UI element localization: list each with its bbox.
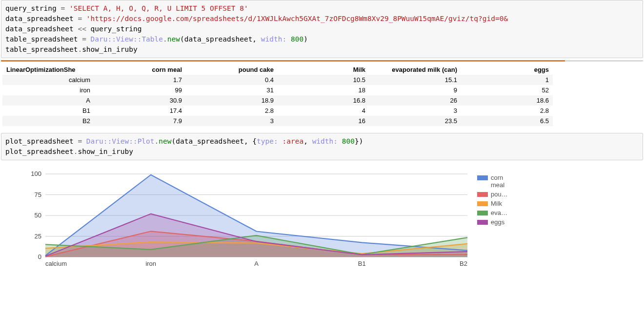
legend-label: eggs (491, 218, 504, 226)
y-tick-label: 50 (35, 212, 41, 219)
row-header: calcium (2, 75, 94, 85)
x-tick-label: iron (145, 260, 156, 267)
cell: 7.9 (94, 116, 186, 126)
y-tick-label: 100 (31, 170, 41, 177)
code-line: data_spreadsheet = 'https://docs.google.… (5, 15, 508, 22)
code-cell-1[interactable]: query_string = 'SELECT A, H, O, Q, R, U … (1, 0, 643, 58)
row-header: A (2, 95, 94, 106)
cell: 1.7 (94, 75, 186, 85)
row-header: iron (2, 85, 94, 95)
legend-swatch (477, 220, 488, 225)
cell: 18.9 (186, 95, 278, 106)
chart-canvas: 0255075100calciumironAB1B2 (9, 169, 470, 279)
cell: 99 (94, 85, 186, 95)
y-tick-label: 75 (35, 191, 41, 198)
legend-swatch (477, 201, 488, 206)
y-tick-label: 0 (38, 253, 41, 260)
code-line: table_spreadsheet.show_in_iruby (5, 45, 138, 53)
col-header: evaporated milk (can) (369, 64, 461, 75)
legend-item[interactable]: corn meal (477, 174, 504, 189)
col-header: LinearOptimizationShe (2, 64, 94, 75)
legend-label: pou… (491, 191, 508, 198)
output-table: LinearOptimizationShe corn meal pound ca… (2, 64, 553, 126)
cell-divider (1, 60, 643, 62)
x-tick-label: B1 (358, 260, 366, 267)
cell: 30.9 (94, 95, 186, 106)
cell: 2.8 (461, 106, 553, 116)
legend-item[interactable]: Milk (477, 200, 504, 207)
cell: 31 (186, 85, 278, 95)
col-header: corn meal (94, 64, 186, 75)
cell: 2.8 (186, 106, 278, 116)
code-line: query_string = 'SELECT A, H, O, Q, R, U … (5, 4, 248, 12)
table-row: B27.931623.56.5 (2, 116, 553, 126)
cell: 15.1 (369, 75, 461, 85)
cell: 17.4 (94, 106, 186, 116)
cell: 6.5 (461, 116, 553, 126)
legend-item[interactable]: pou… (477, 191, 504, 198)
table-row: A30.918.916.82618.6 (2, 95, 553, 106)
x-tick-label: A (254, 260, 259, 267)
legend-swatch (477, 211, 488, 215)
cell: 26 (369, 95, 461, 106)
x-tick-label: calcium (45, 260, 67, 267)
legend-label: eva… (491, 209, 507, 216)
y-tick-label: 25 (35, 233, 41, 240)
code-line: data_spreadsheet << query_string (5, 25, 141, 33)
cell: 3 (369, 106, 461, 116)
cell: 0.4 (186, 75, 278, 85)
cell: 16.8 (278, 95, 369, 106)
row-header: B1 (2, 106, 94, 116)
code-line: plot_spreadsheet = Daru::View::Plot.new(… (5, 137, 363, 145)
legend-swatch (477, 175, 488, 180)
code-cell-2[interactable]: plot_spreadsheet = Daru::View::Plot.new(… (1, 133, 643, 160)
cell: 1 (461, 75, 553, 85)
cell: 18.6 (461, 95, 553, 106)
table-header-row: LinearOptimizationShe corn meal pound ca… (2, 64, 553, 75)
cell: 18 (278, 85, 369, 95)
legend-label: corn meal (491, 174, 504, 189)
row-header: B2 (2, 116, 94, 126)
legend-item[interactable]: eggs (477, 218, 504, 226)
code-line: plot_spreadsheet.show_in_iruby (5, 148, 133, 155)
table-row: iron993118952 (2, 85, 553, 95)
table-row: B117.42.8432.8 (2, 106, 553, 116)
code-line: table_spreadsheet = Daru::View::Table.ne… (5, 35, 308, 43)
cell: 52 (461, 85, 553, 95)
legend-item[interactable]: eva… (477, 209, 504, 216)
cell: 3 (186, 116, 278, 126)
col-header: eggs (461, 64, 553, 75)
legend-swatch (477, 192, 488, 197)
legend-label: Milk (491, 200, 502, 207)
table-row: calcium1.70.410.515.11 (2, 75, 553, 85)
col-header: pound cake (186, 64, 278, 75)
area-chart[interactable]: 0255075100calciumironAB1B2 corn mealpou…… (9, 169, 511, 281)
cell: 9 (369, 85, 461, 95)
cell: 23.5 (369, 116, 461, 126)
x-tick-label: B2 (460, 260, 467, 267)
cell: 16 (278, 116, 369, 126)
col-header: Milk (278, 64, 369, 75)
chart-legend: corn mealpou…Milkeva…eggs (477, 174, 504, 228)
cell: 4 (278, 106, 369, 116)
cell: 10.5 (278, 75, 369, 85)
